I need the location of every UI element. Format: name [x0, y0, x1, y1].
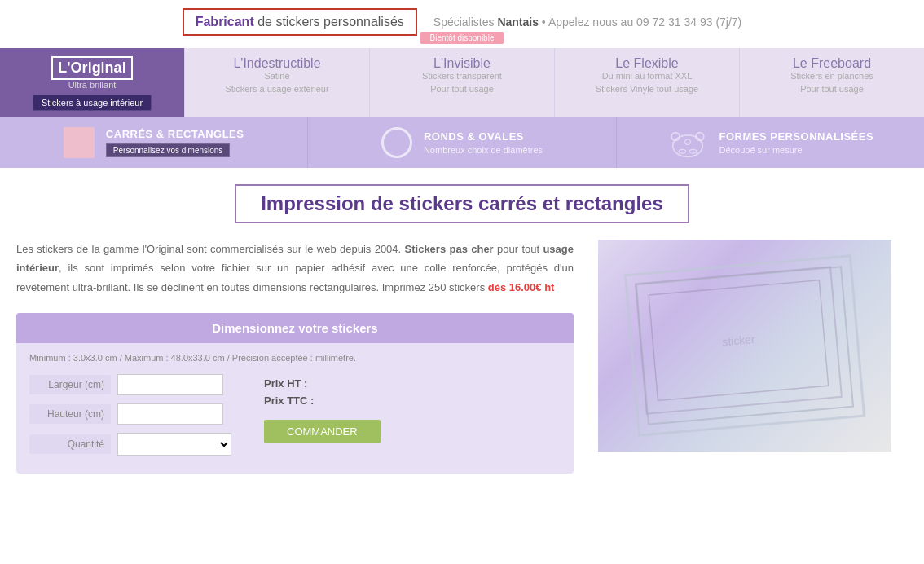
dim-form-row: Largeur (cm) Hauteur (cm) Quantité: [29, 374, 561, 464]
dimension-box: Dimensionnez votre stickers Minimum : 3.…: [16, 313, 574, 474]
dim-prices: Prix HT : Prix TTC : COMMANDER: [264, 374, 381, 464]
prix-ht-row: Prix HT :: [264, 377, 381, 390]
tab-freeboard[interactable]: Le Freeboard Stickers en planches Pour t…: [740, 48, 924, 117]
largeur-label: Largeur (cm): [29, 375, 111, 394]
svg-point-5: [689, 149, 696, 153]
tab-original-title: L'Original: [51, 56, 132, 80]
header-contact: Spécialistes Nantais • Appelez nous au 0…: [433, 15, 742, 29]
dim-largeur-row: Largeur (cm): [29, 374, 231, 395]
tab-invisible-subtitle: Stickers transparent: [376, 71, 548, 81]
tab-invisible-title: L'Invisible: [376, 56, 548, 71]
svg-point-4: [679, 149, 685, 153]
soon-badge: Bientôt disponible: [420, 32, 504, 44]
shape-label-ronds: RONDS & OVALES Nombreux choix de diamètr…: [424, 130, 543, 155]
tab-indestructible-subtitle: Satiné: [191, 71, 363, 81]
tab-invisible-desc: Pour tout usage: [376, 84, 548, 94]
svg-point-0: [672, 135, 702, 156]
hauteur-label: Hauteur (cm): [29, 404, 111, 424]
tab-freeboard-subtitle: Stickers en planches: [746, 71, 917, 81]
tab-invisible[interactable]: L'Invisible Stickers transparent Pour to…: [370, 48, 555, 117]
tab-original[interactable]: L'Original Ultra brillant Stickers à usa…: [0, 48, 185, 117]
tab-freeboard-title: Le Freeboard: [746, 56, 917, 71]
shape-item-ronds[interactable]: RONDS & OVALES Nombreux choix de diamètr…: [308, 117, 616, 168]
content-area: Les stickers de la gamme l'Original sont…: [0, 240, 924, 474]
contact-phone: 09 72 31 34 93 (7j/7): [636, 15, 741, 29]
tab-freeboard-desc: Pour tout usage: [746, 84, 917, 94]
brand-text: de stickers personnalisés: [254, 15, 404, 29]
dim-inputs: Largeur (cm) Hauteur (cm) Quantité: [29, 374, 231, 464]
content-left: Les stickers de la gamme l'Original sont…: [16, 240, 574, 474]
tab-flexible-desc: Stickers Vinyle tout usage: [561, 84, 733, 94]
square-icon: [64, 127, 95, 158]
page-title: Impression de stickers carrés et rectang…: [261, 192, 663, 215]
contact-city: Nantais: [497, 15, 539, 29]
dim-body: Minimum : 3.0x3.0 cm / Maximum : 48.0x33…: [16, 343, 574, 474]
tab-flexible-title: Le Flexible: [561, 56, 733, 71]
brand-box: Fabricant de stickers personnalisés: [183, 8, 417, 36]
shape-label-formes: FORMES PERSONNALISÉES Découpé sur mesure: [719, 130, 874, 155]
desc-price: dès 16.00€ ht: [488, 281, 555, 293]
shape-name-carres: CARRÉS & RECTANGLES: [106, 128, 244, 140]
tab-indestructible-desc: Stickers à usage extérieur: [191, 84, 363, 94]
dim-hauteur-row: Hauteur (cm): [29, 403, 231, 425]
tab-flexible[interactable]: Le Flexible Du mini au format XXL Sticke…: [555, 48, 740, 117]
desc-text2: pour tout: [494, 243, 543, 255]
tab-indestructible[interactable]: L'Indestructible Satiné Stickers à usage…: [185, 48, 370, 117]
svg-point-3: [684, 139, 690, 145]
desc-bold1: Stickers pas cher: [405, 243, 494, 255]
shape-item-formes[interactable]: FORMES PERSONNALISÉES Découpé sur mesure: [617, 117, 924, 168]
tab-indestructible-title: L'Indestructible: [191, 56, 363, 71]
tab-flexible-subtitle: Du mini au format XXL: [561, 71, 733, 81]
dim-min-max: Minimum : 3.0x3.0 cm / Maximum : 48.0x33…: [29, 353, 561, 363]
shape-sub-formes: Découpé sur mesure: [719, 145, 874, 155]
tab-original-desc[interactable]: Stickers à usage intérieur: [33, 95, 152, 111]
quantite-label: Quantité: [29, 434, 111, 454]
nav-tabs: Bientôt disponible L'Original Ultra bril…: [0, 48, 924, 117]
contact-separator: • Appelez nous au: [539, 15, 636, 29]
content-right: sticker: [598, 240, 908, 474]
hauteur-input[interactable]: [117, 403, 223, 425]
svg-text:sticker: sticker: [722, 333, 756, 348]
circle-icon: [381, 127, 412, 158]
prix-ttc-row: Prix TTC :: [264, 394, 381, 407]
tab-original-subtitle: Ultra brillant: [7, 80, 178, 90]
sticker-image: sticker: [598, 240, 891, 452]
largeur-input[interactable]: [117, 374, 223, 395]
shape-sub-ronds: Nombreux choix de diamètres: [424, 145, 543, 155]
page-title-box: Impression de stickers carrés et rectang…: [235, 184, 689, 223]
shape-item-carres[interactable]: CARRÉS & RECTANGLES Personnalisez vos di…: [0, 117, 308, 168]
prix-ttc-label: Prix TTC :: [264, 394, 314, 407]
bear-icon: [667, 127, 708, 158]
shape-label-carres: CARRÉS & RECTANGLES Personnalisez vos di…: [106, 128, 244, 157]
commander-button[interactable]: COMMANDER: [264, 420, 381, 443]
shape-name-ronds: RONDS & OVALES: [424, 130, 543, 143]
description-text: Les stickers de la gamme l'Original sont…: [16, 240, 574, 297]
shape-name-formes: FORMES PERSONNALISÉES: [719, 130, 874, 143]
desc-text1: Les stickers de la gamme l'Original sont…: [16, 243, 401, 255]
dim-quantite-row: Quantité 250 500 1000 2000 5000: [29, 433, 231, 456]
shape-sub-carres[interactable]: Personnalisez vos dimensions: [106, 143, 231, 157]
shape-nav: CARRÉS & RECTANGLES Personnalisez vos di…: [0, 117, 924, 168]
brand-prefix: Fabricant: [196, 15, 254, 29]
prix-ht-label: Prix HT :: [264, 377, 307, 390]
quantite-select[interactable]: 250 500 1000 2000 5000: [117, 433, 231, 456]
dim-header: Dimensionnez votre stickers: [16, 313, 574, 343]
sticker-image-inner: sticker: [624, 254, 865, 437]
contact-prefix: Spécialistes: [433, 15, 498, 29]
page-title-wrap: Impression de stickers carrés et rectang…: [0, 184, 924, 223]
